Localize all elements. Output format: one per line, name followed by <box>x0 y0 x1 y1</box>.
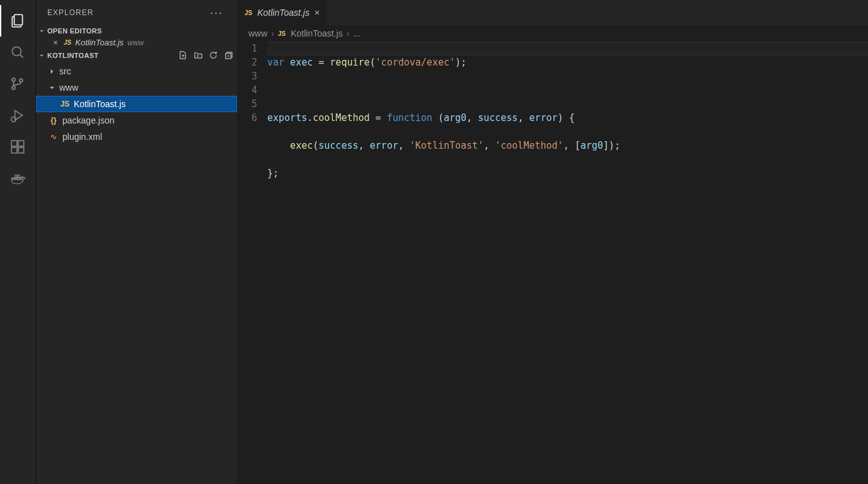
files-icon <box>9 13 26 29</box>
chevron-down-icon <box>49 84 55 91</box>
new-file-icon[interactable] <box>178 50 188 60</box>
js-file-icon: JS <box>245 9 252 16</box>
xml-file-icon: ∿ <box>49 132 59 141</box>
open-editor-filename: KotlinToast.js <box>75 38 124 47</box>
js-file-icon: JS <box>60 100 70 108</box>
code-editor[interactable]: 1 2 3 4 5 6 var exec = require('cordova/… <box>237 42 868 484</box>
open-editors-header[interactable]: › OPEN EDITORS <box>36 25 237 37</box>
activity-extensions[interactable] <box>0 131 36 163</box>
activity-docker[interactable] <box>0 163 36 194</box>
svg-rect-7 <box>11 147 17 153</box>
sidebar-more-button[interactable]: ··· <box>207 6 226 20</box>
branch-icon <box>9 76 26 92</box>
file-label: KotlinToast.js <box>74 99 125 109</box>
svg-rect-6 <box>11 141 17 146</box>
line-number: 5 <box>237 97 257 111</box>
js-file-icon: JS <box>64 39 71 46</box>
line-number: 6 <box>237 111 257 125</box>
folder-src[interactable]: src <box>36 63 237 79</box>
docker-icon <box>9 170 26 187</box>
workspace-actions <box>178 50 233 60</box>
folder-www[interactable]: www <box>36 79 237 96</box>
line-number: 2 <box>237 55 257 69</box>
open-editor-item[interactable]: × JS KotlinToast.js www <box>36 37 237 49</box>
breadcrumb[interactable]: www › JS KotlinToast.js › ... <box>237 25 868 42</box>
file-plugin-xml[interactable]: ∿ plugin.xml <box>36 129 237 145</box>
line-number: 4 <box>237 83 257 97</box>
file-label: package.json <box>62 115 115 125</box>
activity-explorer[interactable] <box>0 5 36 37</box>
svg-rect-9 <box>18 141 24 146</box>
open-editors-label: OPEN EDITORS <box>47 27 102 35</box>
breadcrumb-file[interactable]: KotlinToast.js <box>291 28 342 38</box>
activity-search[interactable] <box>0 37 36 68</box>
open-editor-folder: www <box>127 38 144 47</box>
refresh-icon[interactable] <box>209 50 218 60</box>
file-label: plugin.xml <box>62 132 102 142</box>
sidebar-header: EXPLORER ··· <box>36 0 237 25</box>
workspace-header[interactable]: › KOTLINTOAST <box>36 49 237 62</box>
close-icon[interactable]: × <box>51 38 60 47</box>
svg-point-4 <box>20 79 23 82</box>
js-file-icon: JS <box>278 30 286 37</box>
chevron-right-icon <box>49 68 55 75</box>
file-package-json[interactable]: {} package.json <box>36 112 237 129</box>
code-lines[interactable]: var exec = require('cordova/exec'); expo… <box>267 42 868 484</box>
close-icon[interactable]: × <box>315 8 320 18</box>
line-gutter: 1 2 3 4 5 6 <box>237 42 267 484</box>
search-icon <box>9 44 26 60</box>
sidebar-title-text: EXPLORER <box>47 8 93 17</box>
line-number: 3 <box>237 69 257 83</box>
svg-point-3 <box>12 86 15 89</box>
activity-source-control[interactable] <box>0 68 36 100</box>
collapse-all-icon[interactable] <box>224 50 233 60</box>
svg-point-1 <box>12 47 21 55</box>
tab-kotlintoast-js[interactable]: JS KotlinToast.js × <box>237 0 328 25</box>
editor-tabs: JS KotlinToast.js × <box>237 0 868 25</box>
workspace-name: KOTLINTOAST <box>47 52 98 59</box>
json-file-icon: {} <box>49 116 59 125</box>
breadcrumb-symbol[interactable]: ... <box>353 28 361 38</box>
line-number: 1 <box>237 42 257 55</box>
chevron-right-icon: › <box>271 28 274 38</box>
debug-icon <box>9 107 26 124</box>
chevron-down-icon: › <box>38 26 46 36</box>
file-kotlintoast-js[interactable]: JS KotlinToast.js <box>36 96 237 112</box>
svg-point-2 <box>12 78 15 81</box>
chevron-down-icon: › <box>38 50 46 60</box>
tab-label: KotlinToast.js <box>257 8 310 18</box>
breadcrumb-folder[interactable]: www <box>248 28 267 38</box>
file-tree: src www JS KotlinToast.js {} package.jso… <box>36 62 237 145</box>
new-folder-icon[interactable] <box>194 50 203 60</box>
editor-area: JS KotlinToast.js × www › JS KotlinToast… <box>237 0 868 484</box>
activity-bar <box>0 0 36 484</box>
activity-run-debug[interactable] <box>0 100 36 131</box>
folder-label: www <box>59 83 78 93</box>
svg-rect-0 <box>14 14 23 25</box>
extensions-icon <box>9 139 26 155</box>
svg-rect-8 <box>18 147 24 153</box>
explorer-sidebar: EXPLORER ··· › OPEN EDITORS × JS KotlinT… <box>36 0 237 484</box>
chevron-right-icon: › <box>347 28 350 38</box>
folder-label: src <box>59 66 71 76</box>
